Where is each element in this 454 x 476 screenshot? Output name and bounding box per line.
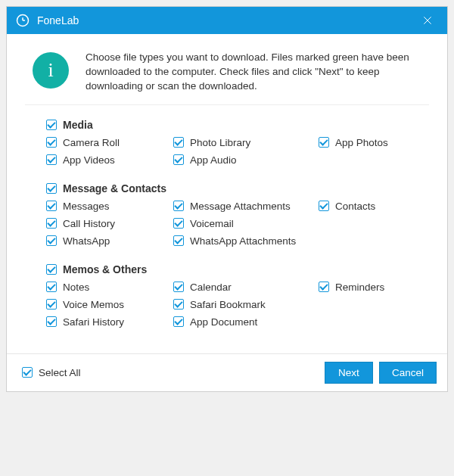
group: Memos & OthersNotesCalendarRemindersVoic… bbox=[46, 263, 429, 328]
select-all-checkbox[interactable] bbox=[22, 367, 33, 378]
group-checkbox[interactable] bbox=[46, 183, 57, 194]
header-row: i Choose file types you want to download… bbox=[25, 48, 429, 104]
item-checkbox[interactable] bbox=[46, 154, 57, 165]
group-checkbox[interactable] bbox=[46, 120, 57, 130]
item-checkbox[interactable] bbox=[46, 299, 57, 310]
item-label: Voicemail bbox=[190, 218, 234, 229]
list-item[interactable]: Contacts bbox=[319, 201, 429, 212]
app-logo-icon bbox=[16, 14, 30, 27]
group-header[interactable]: Media bbox=[46, 119, 429, 131]
item-checkbox[interactable] bbox=[46, 218, 57, 229]
item-label: App Document bbox=[190, 316, 257, 328]
list-item[interactable]: Reminders bbox=[319, 282, 429, 293]
item-label: App Audio bbox=[190, 154, 237, 166]
select-all-row[interactable]: Select All bbox=[22, 367, 81, 378]
group: MediaCamera RollPhoto LibraryApp PhotosA… bbox=[46, 119, 429, 166]
item-checkbox[interactable] bbox=[173, 201, 184, 211]
list-item[interactable]: App Photos bbox=[319, 137, 429, 148]
groups-container: MediaCamera RollPhoto LibraryApp PhotosA… bbox=[25, 105, 429, 349]
group: Message & ContactsMessagesMessage Attach… bbox=[46, 182, 429, 247]
item-checkbox[interactable] bbox=[173, 316, 184, 327]
list-item[interactable]: Notes bbox=[46, 282, 173, 293]
item-label: App Photos bbox=[335, 137, 388, 148]
item-checkbox[interactable] bbox=[319, 137, 329, 148]
select-all-label: Select All bbox=[39, 367, 81, 378]
group-title: Memos & Others bbox=[63, 263, 147, 275]
close-icon bbox=[421, 14, 434, 26]
item-checkbox[interactable] bbox=[46, 316, 57, 327]
item-checkbox[interactable] bbox=[173, 299, 184, 310]
app-title: FoneLab bbox=[37, 14, 414, 26]
group-grid: Camera RollPhoto LibraryApp PhotosApp Vi… bbox=[46, 137, 429, 166]
list-item[interactable]: App Audio bbox=[173, 154, 319, 166]
group-grid: NotesCalendarRemindersVoice MemosSafari … bbox=[46, 282, 429, 328]
item-checkbox[interactable] bbox=[173, 235, 184, 246]
list-item[interactable]: Call History bbox=[46, 218, 173, 229]
item-label: Message Attachments bbox=[190, 201, 291, 212]
titlebar: FoneLab bbox=[7, 7, 447, 34]
list-item[interactable]: Calendar bbox=[173, 282, 319, 293]
group-checkbox[interactable] bbox=[46, 264, 57, 275]
item-label: Call History bbox=[63, 218, 115, 229]
list-item[interactable]: Messages bbox=[46, 201, 173, 212]
list-item[interactable]: Photo Library bbox=[173, 137, 319, 148]
cancel-button[interactable]: Cancel bbox=[379, 362, 437, 384]
group-header[interactable]: Message & Contacts bbox=[46, 182, 429, 194]
footer-buttons: Next Cancel bbox=[325, 362, 437, 384]
item-checkbox[interactable] bbox=[46, 235, 57, 246]
item-label: Notes bbox=[63, 282, 89, 293]
item-checkbox[interactable] bbox=[319, 201, 329, 211]
footer: Select All Next Cancel bbox=[7, 353, 447, 391]
item-label: Voice Memos bbox=[63, 299, 124, 310]
item-checkbox[interactable] bbox=[46, 282, 57, 292]
item-checkbox[interactable] bbox=[173, 218, 184, 229]
list-item[interactable]: Safari Bookmark bbox=[173, 299, 319, 310]
item-label: WhatsApp Attachments bbox=[190, 235, 296, 247]
item-checkbox[interactable] bbox=[173, 282, 184, 292]
instruction-text: Choose file types you want to download. … bbox=[86, 51, 429, 94]
item-label: Photo Library bbox=[190, 137, 250, 148]
next-button[interactable]: Next bbox=[325, 362, 373, 384]
item-label: Safari Bookmark bbox=[190, 299, 266, 310]
window: FoneLab i Choose file types you want to … bbox=[6, 6, 448, 392]
info-icon: i bbox=[33, 52, 69, 89]
content-area: i Choose file types you want to download… bbox=[7, 34, 447, 353]
list-item[interactable]: App Document bbox=[173, 316, 319, 328]
item-label: Reminders bbox=[335, 282, 384, 293]
group-grid: MessagesMessage AttachmentsContactsCall … bbox=[46, 201, 429, 247]
list-item bbox=[319, 218, 429, 229]
item-label: Contacts bbox=[335, 201, 375, 212]
item-checkbox[interactable] bbox=[319, 282, 329, 292]
item-label: WhatsApp bbox=[63, 235, 110, 247]
item-label: Calendar bbox=[190, 282, 232, 293]
list-item[interactable]: Camera Roll bbox=[46, 137, 173, 148]
group-title: Media bbox=[63, 119, 93, 131]
list-item[interactable]: WhatsApp bbox=[46, 235, 173, 247]
item-checkbox[interactable] bbox=[173, 154, 184, 165]
item-checkbox[interactable] bbox=[173, 137, 184, 148]
item-label: Messages bbox=[63, 201, 110, 212]
item-checkbox[interactable] bbox=[46, 137, 57, 148]
list-item[interactable]: Voicemail bbox=[173, 218, 319, 229]
item-label: Safari History bbox=[63, 316, 124, 328]
close-button[interactable] bbox=[414, 7, 441, 34]
list-item[interactable]: Safari History bbox=[46, 316, 173, 328]
item-checkbox[interactable] bbox=[46, 201, 57, 211]
item-label: Camera Roll bbox=[63, 137, 120, 148]
list-item bbox=[319, 299, 429, 310]
list-item[interactable]: Message Attachments bbox=[173, 201, 319, 212]
group-title: Message & Contacts bbox=[63, 182, 166, 194]
list-item[interactable]: App Videos bbox=[46, 154, 173, 166]
group-header[interactable]: Memos & Others bbox=[46, 263, 429, 275]
list-item[interactable]: Voice Memos bbox=[46, 299, 173, 310]
item-label: App Videos bbox=[63, 154, 115, 166]
list-item[interactable]: WhatsApp Attachments bbox=[173, 235, 319, 247]
